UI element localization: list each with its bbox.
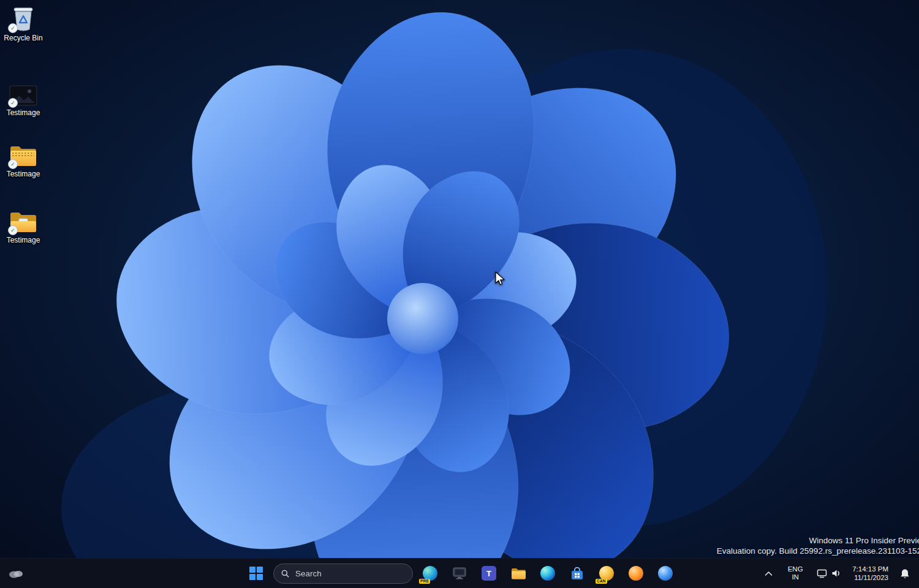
notification-center-button[interactable] bbox=[893, 561, 917, 586]
notifications-bell-icon bbox=[900, 568, 910, 579]
taskbar-app-orange[interactable] bbox=[624, 561, 648, 586]
can-badge: CAN bbox=[596, 579, 607, 584]
sync-status-badge: ✓ bbox=[8, 23, 18, 33]
taskbar-app-monitor[interactable] bbox=[447, 561, 472, 586]
taskbar: PRE T bbox=[0, 558, 919, 588]
microsoft-store-icon bbox=[570, 567, 584, 581]
blue-app-icon bbox=[658, 566, 673, 581]
desktop-icon-label: Testimage bbox=[7, 170, 40, 178]
desktop-icon-label: Testimage bbox=[7, 108, 40, 117]
desktop-icon-label: Testimage bbox=[7, 236, 40, 244]
taskbar-app-file-explorer[interactable] bbox=[506, 561, 531, 586]
evaluation-watermark: Windows 11 Pro Insider Previe Evaluation… bbox=[717, 535, 919, 556]
language-line2: IN bbox=[788, 573, 803, 581]
volume-icon bbox=[831, 569, 841, 578]
file-explorer-icon bbox=[511, 567, 526, 580]
chevron-up-icon bbox=[765, 571, 773, 576]
taskbar-app-preview[interactable]: PRE bbox=[418, 561, 442, 586]
search-input[interactable] bbox=[294, 568, 405, 579]
pre-badge: PRE bbox=[419, 579, 430, 584]
search-icon bbox=[281, 569, 289, 578]
widgets-button[interactable] bbox=[4, 561, 28, 586]
tray-overflow-button[interactable] bbox=[757, 561, 780, 586]
taskbar-app-blue[interactable] bbox=[653, 561, 678, 586]
teams-letter: T bbox=[486, 569, 491, 578]
windows-desktop: ✓ Recycle Bin ✓ Testimage bbox=[0, 0, 919, 588]
wallpaper bbox=[0, 0, 919, 588]
language-indicator[interactable]: ENG IN bbox=[781, 561, 809, 586]
system-tray-status[interactable] bbox=[811, 561, 847, 586]
windows-start-icon bbox=[249, 567, 263, 580]
start-button[interactable] bbox=[244, 561, 268, 586]
sync-status-badge: ✓ bbox=[8, 225, 18, 235]
taskbar-app-teams[interactable]: T bbox=[477, 561, 501, 586]
watermark-line2: Evaluation copy. Build 25992.rs_prerelea… bbox=[717, 546, 919, 556]
sync-status-badge: ✓ bbox=[8, 159, 18, 169]
taskbar-app-store[interactable] bbox=[565, 561, 589, 586]
taskbar-app-canary[interactable]: CAN bbox=[594, 561, 619, 586]
network-icon bbox=[817, 569, 827, 578]
clock-time: 7:14:13 PM bbox=[852, 565, 888, 573]
sync-status-badge: ✓ bbox=[8, 98, 18, 108]
teams-icon: T bbox=[482, 566, 496, 581]
desktop-icon-testimage-zip-folder[interactable]: ✓ Testimage bbox=[1, 140, 45, 178]
watermark-line1: Windows 11 Pro Insider Previe bbox=[717, 535, 919, 546]
desktop-icon-recycle-bin[interactable]: ✓ Recycle Bin bbox=[1, 4, 45, 42]
desktop-icon-testimage-folder[interactable]: ✓ Testimage bbox=[1, 206, 45, 244]
taskbar-search[interactable] bbox=[273, 564, 413, 584]
clock[interactable]: 7:14:13 PM 11/11/2023 bbox=[849, 565, 892, 582]
edge-icon bbox=[540, 566, 555, 581]
orange-app-icon bbox=[629, 566, 643, 581]
widgets-weather-icon bbox=[8, 568, 24, 578]
language-line1: ENG bbox=[788, 565, 803, 573]
desktop-icon-testimage-file[interactable]: ✓ Testimage bbox=[1, 78, 45, 117]
monitor-app-icon bbox=[452, 567, 467, 580]
clock-date: 11/11/2023 bbox=[852, 573, 888, 582]
desktop-icon-label: Recycle Bin bbox=[4, 34, 42, 42]
taskbar-app-edge[interactable] bbox=[535, 561, 560, 586]
